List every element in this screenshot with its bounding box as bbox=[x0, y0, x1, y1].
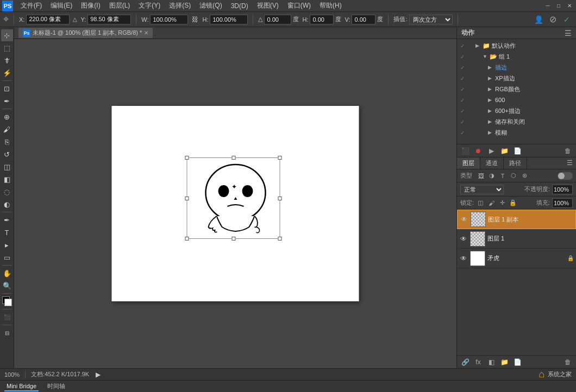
action-row-rgb[interactable]: ✓ ▶ RGB颜色 bbox=[457, 84, 576, 94]
layer-link-button[interactable]: 🔗 bbox=[460, 357, 470, 367]
layer-row-1[interactable]: 👁 图层 1 bbox=[457, 229, 576, 249]
menu-help[interactable]: 帮助(H) bbox=[315, 0, 346, 11]
mini-bridge-tab[interactable]: Mini Bridge bbox=[4, 382, 39, 391]
tab-channels[interactable]: 通道 bbox=[480, 157, 504, 169]
layer-delete-button[interactable]: 🗑 bbox=[563, 357, 573, 367]
history-brush-tool[interactable]: ↺ bbox=[1, 148, 13, 160]
layer-eye-1[interactable]: 👁 bbox=[459, 235, 468, 243]
stamp-tool[interactable]: ⎘ bbox=[1, 136, 13, 148]
action-row-xp[interactable]: ✓ ▶ XP描边 bbox=[457, 73, 576, 84]
zoom-tool[interactable]: 🔍 bbox=[1, 280, 13, 292]
screen-mode-btn[interactable]: ⊟ bbox=[1, 327, 13, 339]
lock-paint-btn[interactable]: 🖌 bbox=[487, 199, 496, 207]
filter-shape-btn[interactable]: ⬡ bbox=[509, 172, 518, 180]
pen-tool[interactable]: ✒ bbox=[1, 214, 13, 226]
blur-tool[interactable]: ◌ bbox=[1, 186, 13, 198]
action-row-stroke[interactable]: ✓ ▶ 描边 bbox=[457, 62, 576, 73]
layer-row-copy[interactable]: 👁 图层 1 副本 bbox=[457, 210, 576, 229]
handle-bot-center[interactable] bbox=[231, 237, 235, 241]
layers-panel-menu[interactable]: ☰ bbox=[564, 157, 576, 169]
quick-select-tool[interactable]: ⚡ bbox=[1, 67, 13, 79]
action-row-group1[interactable]: ✓ ▼ 📂 组 1 bbox=[457, 51, 576, 62]
quick-mask-btn[interactable]: ⬛ bbox=[1, 311, 13, 323]
layer-row-bg[interactable]: 👁 矛虎 🔒 bbox=[457, 249, 576, 268]
tool-preset-icon[interactable]: ⌖ bbox=[3, 14, 9, 25]
layer-eye-copy[interactable]: 👁 bbox=[460, 215, 468, 224]
eraser-tool[interactable]: ◫ bbox=[1, 161, 13, 173]
fill-input[interactable] bbox=[552, 198, 573, 208]
handle-bot-left[interactable] bbox=[185, 237, 189, 241]
handle-mid-left[interactable] bbox=[185, 197, 189, 200]
stop-action-button[interactable]: ⬛ bbox=[460, 146, 470, 156]
filter-type-btn[interactable]: T bbox=[498, 172, 507, 180]
lasso-tool[interactable]: 🗡 bbox=[1, 54, 13, 66]
layer-mask-button[interactable]: ◧ bbox=[486, 357, 496, 367]
layer-fx-button[interactable]: fx bbox=[473, 357, 483, 367]
menu-window[interactable]: 窗口(W) bbox=[283, 0, 315, 11]
layer-eye-bg[interactable]: 👁 bbox=[459, 254, 468, 263]
menu-file[interactable]: 文件(F) bbox=[16, 0, 46, 11]
handle-mid-right[interactable] bbox=[278, 197, 281, 200]
filter-adjust-btn[interactable]: ◑ bbox=[487, 172, 496, 180]
action-row-blur[interactable]: ✓ ▶ 模糊 bbox=[457, 127, 576, 138]
action-row-save[interactable]: ✓ ▶ 储存和关闭 bbox=[457, 116, 576, 127]
marquee-tool[interactable]: ⬚ bbox=[1, 42, 13, 54]
opacity-input[interactable] bbox=[552, 185, 573, 194]
blend-mode-select[interactable]: 正常 溶解 正片叠底 bbox=[460, 185, 504, 194]
record-action-button[interactable]: ⏺ bbox=[473, 146, 483, 156]
x-input[interactable] bbox=[26, 15, 70, 24]
spot-heal-tool[interactable]: ⊕ bbox=[1, 111, 13, 123]
menu-image[interactable]: 图像(I) bbox=[77, 0, 104, 11]
cancel-transform-button[interactable]: ⊘ bbox=[547, 14, 559, 26]
background-color[interactable] bbox=[4, 299, 12, 306]
layer-new-button[interactable]: 📄 bbox=[512, 357, 522, 367]
handle-top-left[interactable] bbox=[185, 156, 189, 160]
crop-tool[interactable]: ⊡ bbox=[1, 83, 13, 94]
menu-layer[interactable]: 图层(L) bbox=[105, 0, 135, 11]
menu-edit[interactable]: 编辑(E) bbox=[46, 0, 77, 11]
action-row-600stroke[interactable]: ✓ ▶ 600+描边 bbox=[457, 105, 576, 116]
lock-all-btn[interactable]: 🔒 bbox=[509, 199, 517, 207]
eyedropper-tool[interactable]: ✒ bbox=[1, 95, 13, 107]
tab-layers[interactable]: 图层 bbox=[457, 157, 480, 169]
skew-v-input[interactable] bbox=[352, 15, 375, 24]
person-icon[interactable]: 👤 bbox=[533, 14, 544, 26]
menu-view[interactable]: 视图(V) bbox=[253, 0, 283, 11]
status-arrow-button[interactable]: ▶ bbox=[95, 371, 101, 378]
color-swatch[interactable] bbox=[1, 295, 13, 307]
brush-tool[interactable]: 🖌 bbox=[1, 123, 13, 135]
filter-smart-btn[interactable]: ⊛ bbox=[520, 172, 529, 180]
tab-paths[interactable]: 路径 bbox=[504, 157, 527, 169]
new-set-button[interactable]: 📁 bbox=[499, 146, 509, 156]
play-action-button[interactable]: ▶ bbox=[486, 146, 496, 156]
handle-top-right[interactable] bbox=[278, 156, 281, 160]
menu-3d[interactable]: 3D(D) bbox=[227, 1, 253, 11]
lock-transparency-btn[interactable]: ◫ bbox=[476, 199, 485, 207]
confirm-transform-button[interactable]: ✓ bbox=[561, 14, 573, 26]
doc-tab-item[interactable]: Ps 未标题-1 @ 100% (图层 1 副本, RGB/8) * ✕ bbox=[18, 28, 153, 38]
handle-top-center[interactable] bbox=[231, 156, 235, 160]
path-select-tool[interactable]: ▸ bbox=[1, 239, 13, 251]
skew-h-input[interactable] bbox=[310, 15, 334, 24]
canvas-viewport[interactable]: ✦ bbox=[14, 39, 456, 368]
layer-group-button[interactable]: 📁 bbox=[499, 357, 509, 367]
filter-toggle[interactable] bbox=[558, 172, 573, 180]
move-tool[interactable]: ⊹ bbox=[1, 29, 13, 41]
gradient-tool[interactable]: ◧ bbox=[1, 173, 13, 185]
y-input[interactable] bbox=[87, 15, 131, 24]
menu-select[interactable]: 选择(S) bbox=[165, 0, 195, 11]
hand-tool[interactable]: ✋ bbox=[1, 267, 13, 279]
action-row-600[interactable]: ✓ ▶ 600 bbox=[457, 94, 576, 105]
menu-text[interactable]: 文字(Y) bbox=[134, 0, 165, 11]
lock-position-btn[interactable]: ✛ bbox=[498, 199, 506, 207]
delete-action-button[interactable]: 🗑 bbox=[563, 146, 573, 156]
close-button[interactable]: ✕ bbox=[565, 2, 574, 10]
h-input[interactable] bbox=[210, 15, 248, 24]
timeline-tab[interactable]: 时间轴 bbox=[45, 381, 67, 391]
minimize-button[interactable]: ─ bbox=[543, 2, 552, 10]
handle-bot-right[interactable] bbox=[278, 237, 281, 241]
menu-filter[interactable]: 滤镜(Q) bbox=[195, 0, 226, 11]
w-input[interactable] bbox=[150, 15, 188, 24]
shape-tool[interactable]: ▭ bbox=[1, 251, 13, 263]
chain-icon[interactable]: ⛓ bbox=[191, 16, 199, 23]
